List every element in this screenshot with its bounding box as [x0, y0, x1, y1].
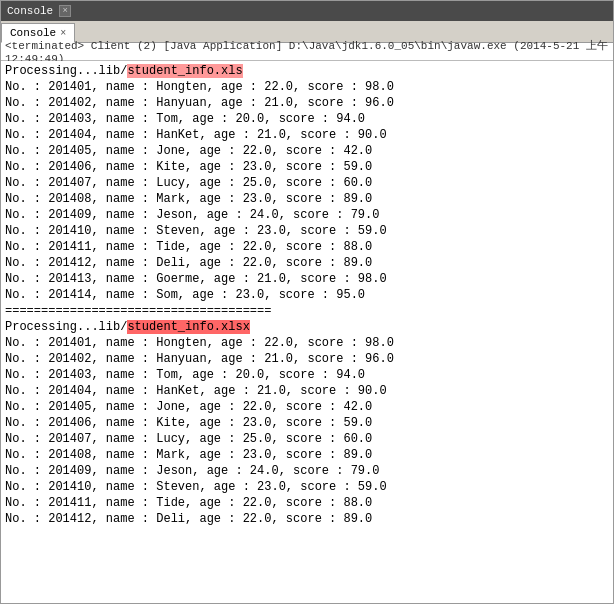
processing-line-0: Processing...lib/student_info.xls [5, 63, 609, 79]
record-line: No. : 201406, name : Kite, age : 23.0, s… [5, 159, 609, 175]
close-button[interactable]: × [59, 5, 71, 17]
separator-line: ===================================== [5, 303, 609, 319]
record-line: No. : 201408, name : Mark, age : 23.0, s… [5, 191, 609, 207]
record-line: No. : 201411, name : Tide, age : 22.0, s… [5, 495, 609, 511]
record-line: No. : 201405, name : Jone, age : 22.0, s… [5, 399, 609, 415]
record-line: No. : 201411, name : Tide, age : 22.0, s… [5, 239, 609, 255]
record-line: No. : 201404, name : HanKet, age : 21.0,… [5, 127, 609, 143]
record-line: No. : 201402, name : Hanyuan, age : 21.0… [5, 351, 609, 367]
tab-close-icon[interactable]: × [60, 28, 66, 39]
title-bar-text: Console [7, 5, 53, 17]
processing-line-1: Processing...lib/student_info.xlsx [5, 319, 609, 335]
record-line: No. : 201406, name : Kite, age : 23.0, s… [5, 415, 609, 431]
record-line: No. : 201413, name : Goerme, age : 21.0,… [5, 271, 609, 287]
record-line: No. : 201403, name : Tom, age : 20.0, sc… [5, 111, 609, 127]
processing-file-highlight-0: student_info.xls [127, 64, 242, 78]
record-line: No. : 201412, name : Deli, age : 22.0, s… [5, 255, 609, 271]
record-line: No. : 201407, name : Lucy, age : 25.0, s… [5, 175, 609, 191]
record-line: No. : 201410, name : Steven, age : 23.0,… [5, 479, 609, 495]
record-line: No. : 201401, name : Hongten, age : 22.0… [5, 79, 609, 95]
info-bar: <terminated> Client (2) [Java Applicatio… [1, 43, 613, 61]
console-body[interactable]: Processing...lib/student_info.xlsNo. : 2… [1, 61, 613, 603]
title-bar: Console × [1, 1, 613, 21]
record-line: No. : 201404, name : HanKet, age : 21.0,… [5, 383, 609, 399]
record-line: No. : 201407, name : Lucy, age : 25.0, s… [5, 431, 609, 447]
record-line: No. : 201409, name : Jeson, age : 24.0, … [5, 463, 609, 479]
record-line: No. : 201401, name : Hongten, age : 22.0… [5, 335, 609, 351]
record-line: No. : 201414, name : Som, age : 23.0, sc… [5, 287, 609, 303]
console-window: Console × Console × <terminated> Client … [0, 0, 614, 604]
record-line: No. : 201412, name : Deli, age : 22.0, s… [5, 511, 609, 527]
record-line: No. : 201402, name : Hanyuan, age : 21.0… [5, 95, 609, 111]
processing-file-highlight-1: student_info.xlsx [127, 320, 249, 334]
record-line: No. : 201409, name : Jeson, age : 24.0, … [5, 207, 609, 223]
record-line: No. : 201403, name : Tom, age : 20.0, sc… [5, 367, 609, 383]
record-line: No. : 201410, name : Steven, age : 23.0,… [5, 223, 609, 239]
record-line: No. : 201405, name : Jone, age : 22.0, s… [5, 143, 609, 159]
record-line: No. : 201408, name : Mark, age : 23.0, s… [5, 447, 609, 463]
